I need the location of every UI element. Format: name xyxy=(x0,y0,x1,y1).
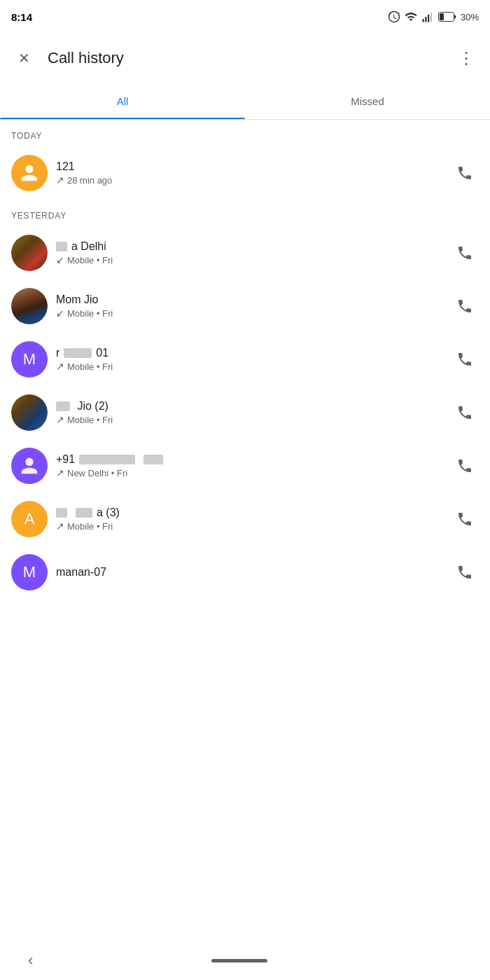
call-button[interactable] xyxy=(451,345,479,373)
phone-icon xyxy=(456,457,473,474)
tab-bar: All Missed xyxy=(0,83,490,120)
more-options-button[interactable]: ⋮ xyxy=(454,46,479,71)
call-item[interactable]: M r 01 ↗ Mobile • Fri xyxy=(0,333,490,386)
call-item[interactable]: +91 ↗ New Delhi • Fri xyxy=(0,439,490,492)
battery-icon xyxy=(438,12,456,22)
svg-rect-2 xyxy=(428,15,429,22)
phone-icon xyxy=(456,244,473,261)
call-direction-icon: ↙ xyxy=(56,254,64,265)
app-header: ✕ Call history ⋮ xyxy=(0,34,490,83)
section-today: TODAY xyxy=(0,120,490,146)
svg-rect-5 xyxy=(440,13,444,20)
contact-name: 121 xyxy=(56,160,442,173)
avatar xyxy=(11,288,48,324)
wifi-icon xyxy=(405,11,417,23)
call-item[interactable]: A a (3) ↗ Mobile • Fri xyxy=(0,492,490,546)
phone-icon xyxy=(456,404,473,421)
page-title: Call history xyxy=(48,49,442,67)
call-button[interactable] xyxy=(451,505,479,533)
call-detail: ↗ 28 min ago xyxy=(56,174,442,186)
contact-name: Mom Jio xyxy=(56,294,442,306)
call-detail: ↗ Mobile • Fri xyxy=(56,414,442,425)
call-detail: ↗ Mobile • Fri xyxy=(56,361,442,372)
call-info: a Delhi ↙ Mobile • Fri xyxy=(48,240,451,265)
call-button[interactable] xyxy=(451,239,479,267)
call-direction-icon: ↗ xyxy=(56,520,64,532)
call-direction-icon: ↗ xyxy=(56,467,64,478)
phone-icon xyxy=(456,511,473,527)
call-item[interactable]: Jio (2) ↗ Mobile • Fri xyxy=(0,386,490,439)
contact-name: a (3) xyxy=(56,506,442,519)
svg-rect-1 xyxy=(425,17,426,22)
call-detail: ↙ Mobile • Fri xyxy=(56,254,442,265)
call-info: r 01 ↗ Mobile • Fri xyxy=(48,347,451,372)
call-detail: ↙ Mobile • Fri xyxy=(56,308,442,319)
close-button[interactable]: ✕ xyxy=(11,46,36,71)
call-direction-icon: ↙ xyxy=(56,308,64,319)
call-button[interactable] xyxy=(451,399,479,427)
back-button[interactable]: ‹ xyxy=(28,951,33,969)
battery-percent: 30% xyxy=(461,12,479,22)
call-info: 121 ↗ 28 min ago xyxy=(48,160,451,186)
call-button[interactable] xyxy=(451,558,479,586)
call-info: Mom Jio ↙ Mobile • Fri xyxy=(48,294,451,319)
call-info: a (3) ↗ Mobile • Fri xyxy=(48,506,451,532)
call-info: manan-07 xyxy=(48,566,451,579)
call-button[interactable] xyxy=(451,159,479,187)
call-button[interactable] xyxy=(451,452,479,480)
call-info: Jio (2) ↗ Mobile • Fri xyxy=(48,400,451,425)
svg-rect-0 xyxy=(422,19,424,22)
avatar xyxy=(11,394,48,431)
call-info: +91 ↗ New Delhi • Fri xyxy=(48,453,451,478)
navigation-bar: ‹ xyxy=(0,941,490,980)
call-direction-icon: ↗ xyxy=(56,414,64,425)
section-yesterday: YESTERDAY xyxy=(0,200,490,226)
status-icons: 30% xyxy=(388,11,479,23)
avatar: M xyxy=(11,341,48,378)
phone-icon xyxy=(456,351,473,368)
contact-name: manan-07 xyxy=(56,566,442,579)
tab-all[interactable]: All xyxy=(0,83,245,119)
avatar xyxy=(11,155,48,191)
contact-name: +91 xyxy=(56,453,442,466)
status-bar: 8:14 30% xyxy=(0,0,490,34)
call-direction-icon: ↗ xyxy=(56,361,64,372)
phone-icon xyxy=(456,165,473,181)
nav-pill xyxy=(211,959,267,962)
phone-icon xyxy=(456,298,473,315)
avatar: A xyxy=(11,501,48,537)
status-time: 8:14 xyxy=(11,11,32,23)
call-button[interactable] xyxy=(451,292,479,320)
call-item[interactable]: Mom Jio ↙ Mobile • Fri xyxy=(0,279,490,333)
contact-name: r 01 xyxy=(56,347,442,359)
contact-name: a Delhi xyxy=(56,240,442,253)
contact-name: Jio (2) xyxy=(56,400,442,413)
call-detail: ↗ Mobile • Fri xyxy=(56,520,442,532)
avatar: M xyxy=(11,554,48,591)
call-item[interactable]: 121 ↗ 28 min ago xyxy=(0,146,490,200)
svg-rect-3 xyxy=(430,13,432,22)
tab-missed[interactable]: Missed xyxy=(245,83,490,119)
call-item-partial[interactable]: M manan-07 xyxy=(0,546,490,599)
call-item[interactable]: a Delhi ↙ Mobile • Fri xyxy=(0,226,490,279)
alarm-icon xyxy=(388,11,400,23)
avatar xyxy=(11,448,48,484)
call-detail: ↗ New Delhi • Fri xyxy=(56,467,442,478)
avatar xyxy=(11,235,48,271)
phone-icon xyxy=(456,564,473,581)
signal-icon xyxy=(421,11,434,23)
call-direction-icon: ↗ xyxy=(56,174,64,186)
